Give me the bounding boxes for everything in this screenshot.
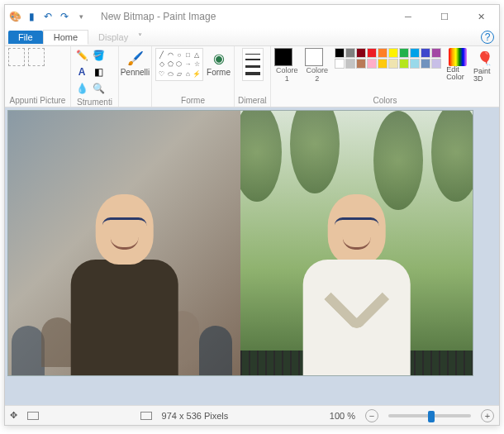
ribbon: Appunti Picture ✏️ 🪣 A ◧ 💧 🔍 Strumenti 🖌…: [5, 46, 499, 107]
palette-swatch[interactable]: [345, 48, 355, 58]
color-2-label: Colore 2: [305, 66, 330, 83]
group-tools: ✏️ 🪣 A ◧ 💧 🔍 Strumenti: [71, 46, 119, 107]
picture-label: Picture: [40, 96, 65, 105]
person-left: [55, 178, 194, 375]
magnifier-tool[interactable]: 🔍: [91, 81, 106, 96]
palette-swatch[interactable]: [356, 59, 366, 69]
color-1-swatch[interactable]: [274, 48, 292, 66]
palette-swatch[interactable]: [378, 48, 388, 58]
clipboard-label: Appunti: [10, 96, 38, 105]
shapes-btn-label: Forme: [207, 68, 231, 77]
redo-icon[interactable]: ↷: [58, 10, 71, 23]
window-controls: ─ ☐ ✕: [393, 7, 496, 26]
palette-swatch[interactable]: [367, 59, 377, 69]
palette-swatch[interactable]: [388, 59, 398, 69]
shapes-gallery[interactable]: ╱◠○□△ ◇⬠⬡→☆ ♡⬭▱⌂⚡: [155, 48, 203, 81]
palette-swatch[interactable]: [399, 48, 409, 58]
palette-swatch[interactable]: [421, 48, 430, 58]
edit-with-button[interactable]: 🎈 Paint 3D: [473, 48, 496, 83]
colors-group-label: Colors: [274, 94, 496, 105]
pencil-tool[interactable]: ✏️: [74, 48, 89, 63]
shapes-icon: ◉: [209, 48, 229, 68]
palette-swatch[interactable]: [431, 48, 441, 58]
paint-window: 🎨 ▮ ↶ ↷ ▾ New Bitmap - Paint Image ─ ☐ ✕…: [4, 4, 500, 426]
brushes-button[interactable]: 🖌️ Pennelli: [121, 48, 150, 77]
help-icon[interactable]: ?: [481, 31, 494, 44]
minimize-button[interactable]: ─: [393, 7, 423, 26]
eraser-tool[interactable]: ◧: [91, 64, 106, 79]
tab-home[interactable]: Home: [43, 30, 88, 45]
palette-swatch[interactable]: [410, 59, 420, 69]
text-tool[interactable]: A: [74, 64, 89, 79]
selection-size-icon: [27, 412, 39, 420]
palette-swatch[interactable]: [378, 59, 388, 69]
clipboard-icon: [8, 48, 25, 66]
edit-colors-button[interactable]: Edit Color: [446, 48, 468, 81]
palette-swatch[interactable]: [410, 48, 420, 58]
quick-access-toolbar: 🎨 ▮ ↶ ↷ ▾: [8, 10, 88, 23]
shapes-group-label: Forme: [155, 94, 231, 105]
title-bar: 🎨 ▮ ↶ ↷ ▾ New Bitmap - Paint Image ─ ☐ ✕: [5, 5, 499, 28]
window-title: New Bitmap - Paint Image: [101, 11, 393, 22]
ribbon-tabs: File Home Display ˅ ?: [5, 28, 499, 46]
tools-label: Strumenti: [74, 96, 115, 105]
brush-icon: 🖌️: [126, 48, 145, 68]
spectrum-icon: [449, 48, 467, 66]
image-left: [8, 111, 240, 375]
zoom-in-button[interactable]: +: [481, 409, 494, 422]
app-icon: 🎨: [8, 10, 21, 23]
color-picker-tool[interactable]: 💧: [74, 81, 89, 96]
palette-swatch[interactable]: [356, 48, 366, 58]
color-palette: [335, 48, 441, 69]
qat-dropdown-icon[interactable]: ▾: [74, 10, 88, 23]
palette-swatch[interactable]: [431, 59, 441, 69]
status-bar: ✥ 974 x 536 Pixels 100 % − +: [5, 405, 499, 425]
image-right: [240, 111, 473, 375]
zoom-thumb[interactable]: [428, 411, 435, 422]
tab-file[interactable]: File: [8, 31, 43, 44]
palette-swatch[interactable]: [367, 48, 377, 58]
zoom-slider[interactable]: [388, 414, 471, 417]
brushes-label: Pennelli: [121, 68, 150, 77]
palette-swatch[interactable]: [335, 59, 345, 69]
zoom-level: 100 %: [330, 411, 355, 421]
tab-display[interactable]: Display: [88, 31, 138, 44]
canvas-dimensions: 974 x 536 Pixels: [162, 411, 229, 421]
palette-swatch[interactable]: [388, 48, 398, 58]
canvas-size-icon: [140, 412, 152, 420]
group-colors: Colore 1 Colore 2 Edit Color 🎈 Paint 3D …: [271, 46, 499, 107]
group-size: Dimeralzini: [235, 46, 271, 107]
edit-color-label: Edit Color: [446, 66, 468, 81]
undo-icon[interactable]: ↶: [41, 10, 55, 23]
save-icon[interactable]: ▮: [25, 10, 38, 23]
maximize-button[interactable]: ☐: [430, 7, 459, 26]
group-brushes: 🖌️ Pennelli: [119, 46, 152, 107]
palette-swatch[interactable]: [335, 48, 345, 58]
collapse-ribbon-icon[interactable]: ˅: [138, 32, 142, 41]
canvas-background: [5, 107, 499, 405]
fill-tool[interactable]: 🪣: [91, 48, 106, 63]
cursor-position-icon: ✥: [10, 410, 17, 421]
shapes-dropdown[interactable]: ◉ Forme: [207, 48, 231, 77]
group-shapes: ╱◠○□△ ◇⬠⬡→☆ ♡⬭▱⌂⚡ ◉ Forme Forme: [152, 46, 235, 107]
color-2-swatch[interactable]: [305, 48, 323, 66]
balloon-icon: 🎈: [475, 48, 495, 68]
select-button[interactable]: [28, 48, 45, 66]
palette-swatch[interactable]: [421, 59, 430, 69]
select-icon: [28, 48, 45, 66]
palette-swatch[interactable]: [345, 59, 355, 69]
size-label: Dimeralzini: [238, 94, 267, 105]
group-clipboard: Appunti Picture: [5, 46, 71, 107]
close-button[interactable]: ✕: [466, 7, 496, 26]
size-dropdown[interactable]: [242, 48, 264, 81]
color-1-label: Colore 1: [274, 66, 300, 83]
palette-swatch[interactable]: [399, 59, 409, 69]
person-right: [287, 178, 426, 375]
paste-button[interactable]: [8, 48, 25, 66]
paint3d-label: Paint 3D: [473, 68, 496, 83]
canvas[interactable]: [8, 111, 473, 375]
zoom-out-button[interactable]: −: [365, 409, 378, 422]
